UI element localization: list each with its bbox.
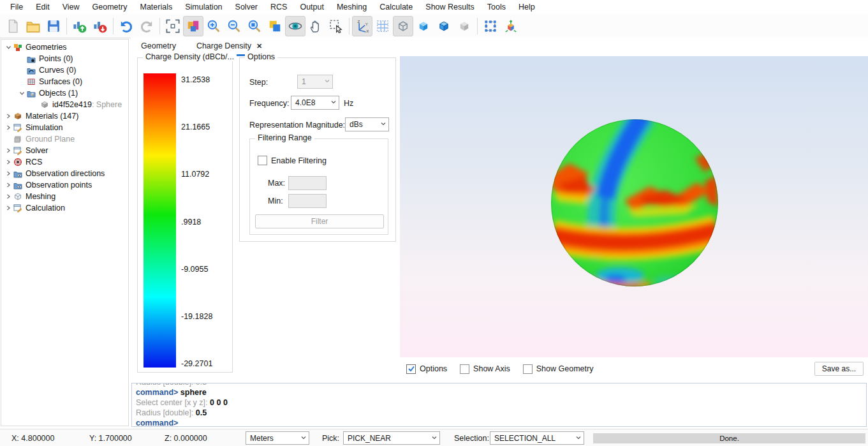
expander-expanded-icon[interactable]: [4, 43, 13, 52]
pan-icon[interactable]: [305, 16, 326, 36]
enable-filtering-label: Enable Filtering: [271, 156, 327, 165]
enable-filtering-checkbox[interactable]: [258, 156, 267, 165]
scale-tick: 31.2538: [181, 75, 210, 84]
charge-density-scale-box: Charge Density (dBCb/... 31.2538 21.1665…: [137, 57, 233, 373]
tree-item-materials[interactable]: Materials (147): [1, 110, 128, 122]
expander-collapsed-icon[interactable]: [4, 146, 13, 155]
save-as-button[interactable]: Save as...: [814, 362, 864, 376]
menu-meshing[interactable]: Meshing: [330, 0, 373, 14]
fit-view-icon[interactable]: [163, 16, 183, 36]
menu-materials[interactable]: Materials: [133, 0, 179, 14]
tree-item-rcs[interactable]: RCS: [1, 156, 128, 168]
orientation-cube-icon[interactable]: [501, 16, 521, 36]
shaded-edges-cube-icon[interactable]: [434, 16, 454, 36]
redo-icon[interactable]: [136, 16, 157, 36]
menu-file[interactable]: File: [4, 0, 29, 14]
magnitude-label: Representation Magnitude:: [249, 121, 345, 130]
console-prompt-line[interactable]: command>: [136, 418, 862, 427]
tree-item-objects[interactable]: Objects (1): [1, 87, 128, 99]
flat-cube-icon[interactable]: [454, 16, 474, 36]
orbit-icon[interactable]: [285, 16, 305, 36]
menu-geometry[interactable]: Geometry: [86, 0, 134, 14]
tree-item-meshing[interactable]: Meshing: [1, 191, 128, 202]
new-document-icon[interactable]: [3, 16, 23, 36]
tree-item-ground-plane[interactable]: Ground Plane: [1, 133, 128, 145]
close-tab-icon[interactable]: ✕: [256, 43, 262, 50]
menu-edit[interactable]: Edit: [29, 0, 56, 14]
expander-collapsed-icon[interactable]: [4, 181, 13, 190]
chevron-down-icon: [330, 98, 337, 107]
options-toggle-row: Options: [406, 364, 447, 374]
tree-item-points[interactable]: Points (0): [1, 53, 128, 64]
menu-simulation[interactable]: Simulation: [179, 0, 228, 14]
render-viewport[interactable]: [400, 56, 868, 357]
grid-icon[interactable]: [372, 16, 393, 36]
toolbar-divider: [113, 18, 114, 34]
command-console[interactable]: Radius [double]: 0.5 command> sphere Sel…: [131, 383, 867, 427]
shaded-cube-icon[interactable]: [413, 16, 434, 36]
toolbar: ZYX: [0, 14, 868, 38]
units-dropdown[interactable]: Meters: [246, 431, 309, 445]
menu-solver[interactable]: Solver: [229, 0, 264, 14]
menu-show-results[interactable]: Show Results: [419, 0, 480, 14]
toolbar-divider: [477, 18, 478, 34]
options-title: Options: [245, 52, 277, 61]
expander-collapsed-icon[interactable]: [4, 112, 13, 121]
tree-item-surfaces[interactable]: Surfaces (0): [1, 76, 128, 87]
chevron-down-icon: [575, 434, 582, 443]
show-geometry-checkbox[interactable]: [523, 364, 533, 374]
expander-collapsed-icon[interactable]: [4, 158, 13, 167]
select-icon[interactable]: [326, 16, 346, 36]
filtering-range-box: Filtering Range Enable Filtering Max: Mi…: [249, 138, 388, 235]
scale-tick: -29.2701: [181, 359, 212, 368]
tree-item-simulation[interactable]: Simulation: [1, 122, 128, 133]
options-checkbox-label: Options: [420, 364, 447, 373]
save-icon[interactable]: [43, 16, 64, 36]
options-checkbox[interactable]: [406, 364, 416, 374]
expander-expanded-icon[interactable]: [17, 89, 26, 98]
toolbar-divider: [66, 18, 67, 34]
tree-item-observation-directions[interactable]: Observation directions: [1, 168, 128, 179]
show-axis-checkbox[interactable]: [460, 364, 469, 374]
tree-item-geometries[interactable]: Geometries: [1, 41, 128, 53]
expander-collapsed-icon[interactable]: [4, 169, 13, 178]
expander-collapsed-icon[interactable]: [4, 123, 13, 132]
enable-filtering-row: Enable Filtering: [258, 156, 327, 165]
menu-view[interactable]: View: [56, 0, 86, 14]
expander-collapsed-icon[interactable]: [4, 204, 13, 212]
menu-calculate[interactable]: Calculate: [373, 0, 419, 14]
zoom-window-icon[interactable]: [244, 16, 265, 36]
tree-item-curves[interactable]: Curves (0): [1, 64, 128, 76]
export-icon[interactable]: [90, 16, 110, 36]
menu-rcs[interactable]: RCS: [264, 0, 293, 14]
min-input: [288, 194, 327, 208]
tree-item-observation-points[interactable]: Observation points: [1, 179, 128, 191]
tree-item-solver[interactable]: Solver: [1, 145, 128, 156]
zoom-in-icon[interactable]: [203, 16, 224, 36]
frequency-dropdown[interactable]: 4.0E8: [291, 96, 339, 110]
magnitude-dropdown[interactable]: dBs: [345, 117, 389, 131]
expander-collapsed-icon[interactable]: [4, 192, 13, 201]
axes-icon[interactable]: ZYX: [352, 16, 372, 36]
selection-dropdown[interactable]: SELECTION_ALL: [490, 431, 584, 445]
selection-handles-icon[interactable]: [480, 16, 501, 36]
pick-dropdown[interactable]: PICK_NEAR: [343, 431, 440, 445]
progress-status: Done.: [593, 433, 865, 443]
menu-help[interactable]: Help: [512, 0, 541, 14]
chevron-down-icon: [324, 77, 330, 86]
import-icon[interactable]: [70, 16, 90, 36]
overlap-squares-icon[interactable]: [265, 16, 285, 36]
wireframe-cube-icon[interactable]: [393, 16, 413, 36]
tree-item-calculation[interactable]: Calculation: [1, 202, 128, 214]
frequency-label: Frequency:: [249, 99, 290, 108]
zoom-out-icon[interactable]: [224, 16, 244, 36]
colored-cubes-icon[interactable]: [183, 16, 203, 36]
open-folder-icon[interactable]: [23, 16, 43, 36]
svg-text:Y: Y: [365, 21, 368, 26]
scale-tick: 11.0792: [181, 170, 209, 179]
undo-icon[interactable]: [116, 16, 136, 36]
scale-title: Charge Density (dBCb/...: [143, 52, 237, 61]
menu-output[interactable]: Output: [293, 0, 330, 14]
menu-tools[interactable]: Tools: [481, 0, 512, 14]
tree-item-sphere-object[interactable]: id4f52e419 : Sphere: [1, 99, 128, 110]
